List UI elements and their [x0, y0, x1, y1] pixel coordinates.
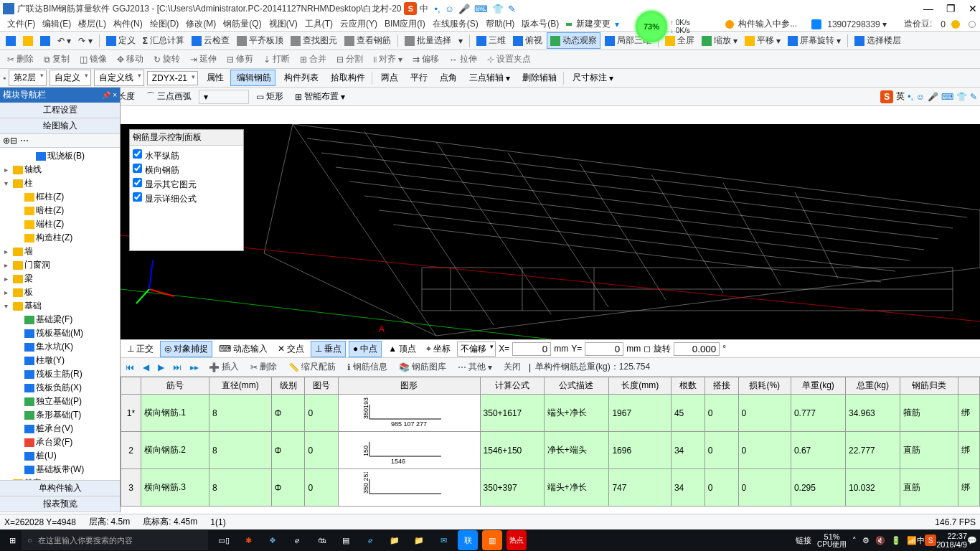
taskbar-app[interactable]: 📁 [409, 530, 429, 550]
tree-leaf[interactable]: 独立基础(P) [1, 395, 118, 408]
flat-slab-button[interactable]: 平齐板顶 [234, 33, 286, 48]
taskbar-app[interactable]: ℯ [287, 530, 307, 550]
table-cell[interactable]: 0 [705, 432, 738, 469]
menu-item[interactable]: 帮助(H) [483, 17, 518, 32]
ime-tool-icon[interactable]: •, [908, 92, 913, 102]
table-cell[interactable]: 净长+端头 [544, 432, 609, 469]
tree-leaf[interactable]: 集水坑(K) [1, 340, 118, 354]
column-header[interactable]: 长度(mm) [609, 377, 672, 395]
redo-button[interactable]: ↷ ▾ [75, 34, 95, 47]
merge-button[interactable]: ⊞ 合并 [296, 52, 331, 67]
task-view-icon[interactable]: ▭▯ [214, 530, 234, 550]
table-cell[interactable]: 34.963 [846, 395, 900, 432]
ime-tool2-icon[interactable]: ✎ [970, 92, 977, 102]
ime-wear-icon[interactable]: 👕 [956, 92, 967, 102]
rotate-screen-button[interactable]: 屏幕旋转 ▾ [785, 33, 844, 48]
ime-kbd-icon[interactable]: ⌨ [941, 92, 953, 102]
ime-tool2-icon[interactable]: ✎ [508, 4, 516, 14]
ime-lang[interactable]: 中 [420, 3, 428, 15]
table-cell[interactable]: 1967 [609, 395, 672, 432]
new-button[interactable] [3, 34, 19, 47]
ime-emoji-icon[interactable]: ☺ [445, 4, 454, 14]
fit-button[interactable]: 📏 缩尺配筋 [285, 359, 339, 375]
split-button[interactable]: ⊟ 分割 [332, 52, 367, 67]
table-row[interactable]: 2横向钢筋.28Φ015015461546+150净长+端头169634000.… [121, 432, 980, 469]
table-cell[interactable]: 0 [738, 469, 791, 507]
tree-leaf[interactable]: 端柱(Z) [1, 217, 118, 231]
tray-icon[interactable]: ⚙ [862, 536, 870, 545]
table-cell[interactable]: 0 [305, 432, 339, 469]
rect-button[interactable]: ▭ 矩形 [252, 89, 288, 104]
ime-tool-icon[interactable]: •, [434, 4, 440, 14]
column-header[interactable]: 级别 [271, 377, 305, 395]
taskbar-app[interactable]: 📁 [385, 530, 405, 550]
smart-layout-button[interactable]: ⊞ 智能布置 ▾ [291, 89, 349, 104]
chk-show-formula[interactable] [133, 192, 142, 202]
ime-emoji-icon[interactable]: ☺ [916, 92, 925, 102]
rebar-opt[interactable]: 横向钢筋 [133, 163, 240, 177]
menu-item[interactable]: 钢筋量(Q) [220, 17, 264, 32]
dyninput-button[interactable]: ⌨ 动态输入 [215, 342, 271, 357]
tree-leaf[interactable]: 基础板带(W) [1, 463, 118, 476]
new-change-button[interactable]: 新建变更 ▾ [563, 15, 622, 33]
taskbar-app[interactable]: 热点 [507, 530, 527, 550]
tree-leaf[interactable]: 桩(U) [1, 449, 118, 463]
table-cell[interactable]: 350 251 [339, 469, 480, 507]
tab-draw-input[interactable]: 绘图输入 [0, 118, 120, 134]
member-list-button[interactable]: 构件列表 [278, 70, 322, 85]
table-cell[interactable]: 350+1617 [480, 395, 544, 432]
delete-row-button[interactable]: ✂ 删除 [247, 359, 281, 375]
rebar-opt[interactable]: 显示其它图元 [133, 177, 240, 192]
offset-combo[interactable]: 不偏移 [457, 342, 496, 357]
table-cell[interactable]: 0 [705, 395, 738, 432]
table-cell[interactable]: 绑 [958, 469, 980, 507]
delaux-button[interactable]: 删除辅轴 [517, 70, 560, 85]
table-cell[interactable]: 0 [705, 469, 738, 507]
pan-button[interactable]: 平移 ▾ [742, 33, 783, 48]
select-floor-button[interactable]: 选择楼层 [852, 33, 904, 48]
define-button[interactable]: 定义 [103, 33, 138, 48]
tree-folder[interactable]: ▸梁 [1, 272, 118, 286]
table-cell[interactable]: 直筋 [900, 432, 958, 469]
table-cell[interactable]: 0.295 [791, 469, 845, 507]
break-button[interactable]: ⇣ 打断 [259, 52, 294, 67]
table-cell[interactable]: 横向钢筋.1 [141, 395, 209, 432]
find-element-button[interactable]: 查找图元 [288, 33, 340, 48]
tree-leaf[interactable]: 桩承台(V) [1, 422, 118, 435]
tree-folder[interactable]: ▸板 [1, 286, 118, 299]
stretch-button[interactable]: ↔ 拉伸 [445, 52, 481, 67]
rot-checkbox[interactable]: ◻ [644, 344, 651, 354]
table-cell[interactable]: 34 [671, 432, 705, 469]
sum-button[interactable]: Σ 汇总计算 [140, 33, 187, 48]
taskbar-app[interactable]: ✉ [433, 530, 453, 550]
table-cell[interactable]: 端头+净长 [544, 469, 609, 507]
y-input[interactable] [585, 342, 623, 356]
close-table-button[interactable]: 关闭 [500, 359, 524, 375]
taskbar-app[interactable]: ❖ [263, 530, 283, 550]
view-rebar-button[interactable]: 查看钢筋 [341, 33, 394, 48]
tree-folder[interactable]: ▾柱 [1, 176, 118, 190]
tray-ime-badge[interactable]: S [925, 534, 936, 546]
table-cell[interactable]: 直筋 [900, 469, 958, 507]
table-cell[interactable]: Φ [271, 469, 305, 507]
links-label[interactable]: 链接 [796, 535, 811, 546]
table-cell[interactable]: 1* [121, 395, 141, 432]
menu-item[interactable]: 云应用(Y) [337, 17, 380, 32]
column-header[interactable]: 图形 [339, 377, 480, 395]
network-monitor[interactable]: 73% ↑ 0K/s ↓ 0K/s [636, 17, 715, 36]
table-row[interactable]: 1*横向钢筋.18Φ0350193985 107 277350+1617端头+净… [121, 395, 980, 432]
taskbar-app[interactable]: 联 [458, 530, 478, 550]
table-cell[interactable]: 8 [209, 432, 272, 469]
table-cell[interactable]: 45 [671, 395, 705, 432]
table-cell[interactable]: 0 [305, 395, 339, 432]
column-header[interactable]: 计算公式 [480, 377, 544, 395]
table-cell[interactable]: 0 [305, 469, 339, 507]
column-header[interactable] [958, 377, 980, 395]
ime-kbd-icon[interactable]: ⌨ [474, 4, 488, 14]
tree-leaf[interactable]: 框柱(Z) [1, 190, 118, 204]
table-cell[interactable]: 0.777 [791, 395, 845, 432]
ime-mic-icon[interactable]: 🎤 [458, 4, 470, 14]
tree-folder[interactable]: ▾基础 [1, 299, 118, 313]
rebar-info-button[interactable]: ℹ 钢筋信息 [344, 359, 391, 375]
delete-button[interactable]: ✂ 删除 [3, 52, 38, 67]
